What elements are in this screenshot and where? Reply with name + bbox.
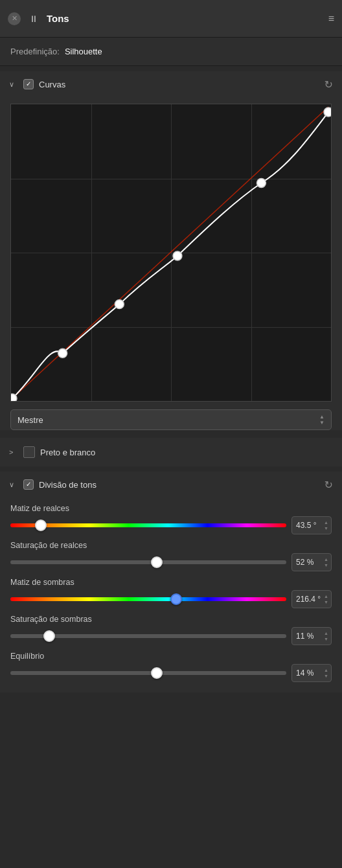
matiz-realces-value: 43.5 ° [296,521,317,530]
saturacao-realces-label: Saturação de realces [10,541,332,550]
preto-branco-chevron: > [9,448,18,456]
matiz-sombras-up[interactable]: ▲ [324,594,328,599]
preset-value[interactable]: Silhouette [65,47,102,56]
matiz-sombras-steppers[interactable]: ▲ ▼ [324,594,328,604]
equilibrio-down[interactable]: ▼ [324,674,328,679]
matiz-realces-thumb[interactable] [35,520,47,531]
equilibrio-row: Equilíbrio 14 % ▲ ▼ [10,652,332,682]
saturacao-sombras-label: Saturação de sombras [10,615,332,624]
equilibrio-value-box[interactable]: 14 % ▲ ▼ [291,664,332,682]
saturacao-realces-track-wrap[interactable] [10,556,286,569]
divisao-tons-reset-button[interactable]: ↺ [325,479,333,491]
curvas-checkbox[interactable] [23,79,34,89]
equilibrio-steppers[interactable]: ▲ ▼ [324,668,328,678]
curve-area [0,97,342,409]
matiz-sombras-track [10,597,286,601]
saturacao-realces-steppers[interactable]: ▲ ▼ [324,557,328,567]
equilibrio-track [10,671,286,675]
preset-bar: Predefinição: Silhouette [0,38,342,66]
svg-point-2 [58,348,67,358]
curve-canvas[interactable] [10,104,332,402]
svg-point-5 [256,179,266,188]
matiz-realces-down[interactable]: ▼ [324,526,328,531]
matiz-sombras-control: 216.4 ° ▲ ▼ [10,590,332,608]
menu-button[interactable]: ≡ [328,13,334,25]
equilibrio-label: Equilíbrio [10,652,332,661]
mestre-label: Mestre [17,415,43,425]
matiz-realces-label: Matiz de realces [10,504,332,513]
matiz-sombras-down[interactable]: ▼ [324,600,328,605]
curvas-header[interactable]: ∨ Curvas ↺ [0,71,342,97]
saturacao-sombras-thumb[interactable] [43,630,55,642]
close-icon: ✕ [12,14,17,23]
mestre-steppers[interactable]: ▲ ▼ [319,415,325,426]
matiz-sombras-row: Matiz de sombras 216.4 ° ▲ ▼ [10,578,332,608]
matiz-realces-row: Matiz de realces 43.5 ° ▲ ▼ [10,504,332,534]
header: ✕ ⏸ Tons ≡ [0,0,342,38]
saturacao-realces-thumb[interactable] [151,556,163,568]
equilibrio-thumb[interactable] [151,667,163,679]
curvas-chevron: ∨ [9,80,18,89]
divisao-tons-chevron: ∨ [9,481,18,489]
matiz-sombras-label: Matiz de sombras [10,578,332,587]
saturacao-realces-track [10,560,286,564]
saturacao-realces-down[interactable]: ▼ [324,563,328,568]
curve-svg [11,104,331,401]
matiz-realces-track-wrap[interactable] [10,519,286,532]
reset-icon: ↺ [325,79,333,90]
panel-title: Tons [47,13,322,24]
menu-icon: ≡ [328,13,334,24]
matiz-realces-steppers[interactable]: ▲ ▼ [324,520,328,531]
mestre-down-icon: ▼ [319,420,325,426]
divisao-tons-checkbox[interactable] [23,479,34,490]
equilibrio-up[interactable]: ▲ [324,668,328,673]
saturacao-sombras-row: Saturação de sombras 11 % ▲ ▼ [10,615,332,645]
matiz-sombras-value: 216.4 ° [296,595,321,604]
svg-point-3 [115,300,124,309]
divisao-tons-header[interactable]: ∨ Divisão de tons ↺ [0,472,342,497]
saturacao-sombras-up[interactable]: ▲ [324,631,328,636]
matiz-sombras-value-box[interactable]: 216.4 ° ▲ ▼ [291,590,332,608]
preto-branco-header[interactable]: > Preto e branco [0,438,342,466]
divisao-tons-section: ∨ Divisão de tons ↺ Matiz de realces 43.… [0,472,342,692]
saturacao-realces-row: Saturação de realces 52 % ▲ ▼ [10,541,332,571]
saturacao-sombras-value-box[interactable]: 11 % ▲ ▼ [291,627,332,645]
svg-point-4 [173,251,182,260]
divisao-tons-title: Divisão de tons [39,480,319,490]
curvas-title: Curvas [39,80,319,89]
saturacao-realces-control: 52 % ▲ ▼ [10,553,332,571]
saturacao-realces-value-box[interactable]: 52 % ▲ ▼ [291,553,332,571]
saturacao-sombras-down[interactable]: ▼ [324,637,328,642]
saturacao-realces-value: 52 % [296,558,314,567]
saturacao-realces-up[interactable]: ▲ [324,557,328,562]
matiz-realces-value-box[interactable]: 43.5 ° ▲ ▼ [291,516,332,534]
mestre-up-icon: ▲ [319,415,325,420]
pause-icon: ⏸ [29,14,38,24]
curvas-section: ∨ Curvas ↺ [0,71,342,430]
matiz-realces-up[interactable]: ▲ [324,520,328,525]
matiz-sombras-track-wrap[interactable] [10,593,286,606]
saturacao-sombras-value: 11 % [296,632,314,641]
matiz-sombras-thumb[interactable] [170,593,182,605]
saturacao-sombras-control: 11 % ▲ ▼ [10,627,332,645]
pause-button[interactable]: ⏸ [27,12,40,25]
preto-branco-title: Preto e branco [40,448,333,457]
equilibrio-control: 14 % ▲ ▼ [10,664,332,682]
preto-branco-checkbox[interactable] [23,446,35,458]
curvas-reset-button[interactable]: ↺ [325,78,333,91]
matiz-realces-control: 43.5 ° ▲ ▼ [10,516,332,534]
preto-branco-section: > Preto e branco [0,438,342,466]
divisao-tons-reset-icon: ↺ [325,479,333,490]
saturacao-sombras-track-wrap[interactable] [10,630,286,643]
matiz-realces-track [10,523,286,527]
equilibrio-track-wrap[interactable] [10,667,286,680]
svg-point-6 [324,108,331,117]
close-button[interactable]: ✕ [8,12,21,25]
sliders-area: Matiz de realces 43.5 ° ▲ ▼ Saturação de… [0,497,342,692]
equilibrio-value: 14 % [296,668,314,678]
preset-label: Predefinição: [10,47,60,56]
saturacao-sombras-steppers[interactable]: ▲ ▼ [324,631,328,641]
mestre-dropdown[interactable]: Mestre ▲ ▼ [10,409,332,430]
